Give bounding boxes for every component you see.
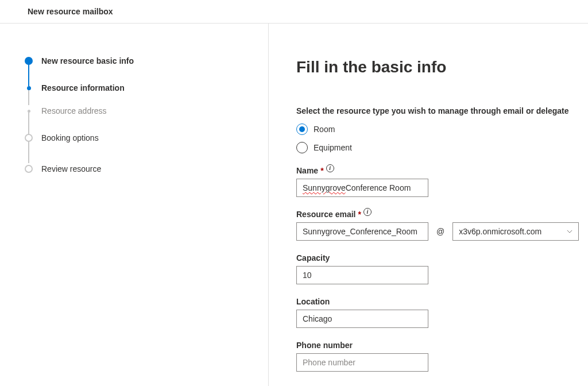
radio-equipment[interactable]: Equipment [296,142,588,153]
step-resource-address[interactable]: Resource address [23,99,268,122]
step-booking-options[interactable]: Booking options [23,122,268,153]
required-asterisk-icon: * [320,166,323,175]
chevron-down-icon [567,229,572,234]
radio-label: Room [314,125,335,134]
step-dot-sub-active-icon [27,86,31,90]
step-label: Review resource [41,164,101,173]
radio-room[interactable]: Room [296,123,588,135]
field-resource-email: Resource email * i @ x3v6p.onmicrosoft.c… [296,210,588,241]
at-symbol: @ [436,227,444,236]
domain-select[interactable]: x3v6p.onmicrosoft.com [452,222,579,241]
step-dot-future-icon [25,134,33,142]
field-label-text: Phone number [296,341,353,350]
field-location: Location [296,297,588,328]
wizard-steps: New resource basic info Resource informa… [0,24,269,386]
name-input[interactable]: Sunnygrove Conference Room [296,179,428,197]
page-title: Fill in the basic info [296,58,588,76]
domain-select-value: x3v6p.onmicrosoft.com [459,227,541,236]
radio-button-icon [296,123,308,135]
step-dot-active-icon [25,57,33,65]
field-label-text: Name [296,166,318,175]
required-asterisk-icon: * [358,210,361,219]
step-dot-sub-inactive-icon [28,110,30,113]
step-resource-information[interactable]: Resource information [23,76,268,99]
radio-button-icon [296,142,308,153]
info-icon[interactable]: i [363,208,372,216]
form-pane: Fill in the basic info Select the resour… [269,24,588,386]
resource-type-prompt: Select the resource type you wish to man… [296,106,588,115]
field-phone: Phone number [296,341,588,372]
name-input-value-rest: Conference Room [346,183,411,192]
field-capacity: Capacity [296,253,588,284]
step-label: Resource information [41,83,125,92]
resource-email-input[interactable] [296,222,428,241]
wizard-title: New resource mailbox [28,7,588,16]
field-name: Name * i Sunnygrove Conference Room [296,166,588,197]
name-input-value-misspelled: Sunnygrove [303,183,346,192]
field-label-text: Capacity [296,253,330,263]
info-icon[interactable]: i [326,164,334,172]
location-input[interactable] [296,310,428,328]
wizard-header: New resource mailbox [0,0,588,24]
step-label: Booking options [41,133,99,142]
step-review-resource[interactable]: Review resource [23,153,268,184]
step-basic-info[interactable]: New resource basic info [23,45,268,76]
capacity-input[interactable] [296,266,428,284]
step-dot-future-icon [25,165,33,173]
radio-label: Equipment [314,143,352,152]
field-label-text: Resource email [296,210,356,219]
phone-input[interactable] [296,353,428,372]
step-label: Resource address [41,106,107,115]
step-label: New resource basic info [41,56,134,65]
field-label-text: Location [296,297,330,306]
